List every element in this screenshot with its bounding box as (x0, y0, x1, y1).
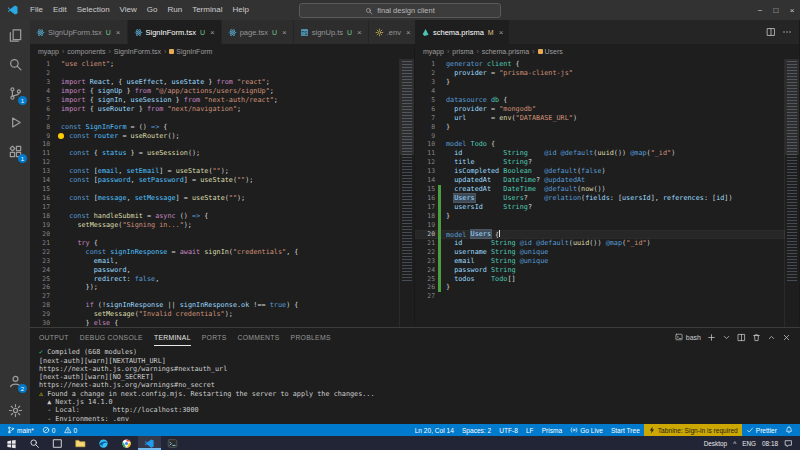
minimap[interactable] (399, 59, 414, 327)
code-line[interactable]: 3} (415, 78, 785, 87)
menu-file[interactable]: File (25, 0, 48, 20)
code-line[interactable]: 5datasource db { (415, 96, 785, 105)
close-tab-icon[interactable]: × (116, 28, 121, 37)
code-line[interactable]: 22 username String @unique (415, 248, 785, 257)
menu-selection[interactable]: Selection (72, 0, 115, 20)
status-prettier[interactable]: Prettier (742, 424, 781, 436)
menu-edit[interactable]: Edit (48, 0, 72, 20)
code-line[interactable]: 22 const signInResponse = await signIn("… (30, 248, 400, 257)
code-line[interactable]: 8const SignInForm = () => { (30, 123, 400, 132)
code-line[interactable]: 14 const [password, setPassword] = useSt… (30, 176, 400, 185)
code-line[interactable]: 13 const [email, setEmail] = useState(""… (30, 167, 400, 176)
split-terminal-icon[interactable] (737, 333, 746, 342)
status-go-live[interactable]: Go Live (566, 424, 607, 436)
status-main[interactable]: main* (3, 424, 38, 436)
taskbar-vscode[interactable] (138, 436, 161, 450)
code-line[interactable]: 29 setMessage("Invalid credentials"); (30, 310, 400, 319)
code-line[interactable]: 15 createdAt DateTime @default(now()) (415, 185, 785, 194)
more-actions-icon[interactable] (782, 27, 792, 37)
code-line[interactable]: 30 } else { (30, 319, 400, 327)
panel-tab-terminal[interactable]: TERMINAL (154, 328, 191, 346)
code-line[interactable]: 6import { useRouter } from "next/navigat… (30, 105, 400, 114)
activity-settings[interactable] (5, 400, 25, 420)
code-line[interactable]: 7 (30, 114, 400, 123)
terminal-output[interactable]: ✓ Compiled (668 modules)[next-auth][warn… (30, 346, 800, 424)
status-bell[interactable] (781, 424, 797, 436)
close-tab-icon[interactable]: × (499, 28, 504, 37)
menu-run[interactable]: Run (162, 0, 187, 20)
close-tab-icon[interactable]: × (282, 28, 287, 37)
menu-terminal[interactable]: Terminal (187, 0, 227, 20)
status-utf-8[interactable]: UTF-8 (495, 424, 522, 436)
breadcrumb-item[interactable]: SignInForm.tsx (114, 48, 161, 55)
panel-tab-comments[interactable]: COMMENTS (238, 328, 280, 346)
code-line[interactable]: 18} (415, 212, 785, 221)
code-line[interactable]: 13 isCompleted Boolean @default(false) (415, 167, 785, 176)
code-line[interactable]: 28 if (!signInResponse || signInResponse… (30, 301, 400, 310)
activity-account[interactable]: 2 (5, 371, 25, 391)
shell-selector[interactable]: bash (675, 333, 701, 341)
code-line[interactable]: 4 (415, 87, 785, 96)
activity-source-control[interactable]: 1 (5, 83, 25, 103)
code-line[interactable]: 1generator client { (415, 60, 785, 69)
status-start-tree[interactable]: Start Tree (607, 424, 644, 436)
panel-tab-debug-console[interactable]: DEBUG CONSOLE (80, 328, 143, 346)
maximize-button[interactable]: □ (768, 0, 784, 20)
notification-center-icon[interactable] (784, 439, 793, 448)
tray-expand-button[interactable]: ^ (733, 440, 736, 447)
desktop-label[interactable]: Desktop (704, 440, 727, 447)
code-area[interactable]: 1generator client {2 provider = "prisma-… (415, 60, 785, 327)
code-line[interactable]: 12 (30, 158, 400, 167)
minimap-slider[interactable] (400, 59, 414, 155)
code-line[interactable]: 24 password String (415, 266, 785, 275)
tab-SignInForm-tsx[interactable]: SignInForm.tsxU× (128, 20, 222, 44)
tab-page-tsx[interactable]: page.tsxU× (222, 20, 294, 44)
panel-tab-output[interactable]: OUTPUT (39, 328, 69, 346)
menu-view[interactable]: View (115, 0, 142, 20)
close-button[interactable]: × (784, 0, 800, 20)
code-line[interactable]: 16 Users Users? @relation(fields: [users… (415, 194, 785, 203)
code-line[interactable]: 11 const { status } = useSession(); (30, 149, 400, 158)
code-line[interactable]: 24 password, (30, 266, 400, 275)
close-tab-icon[interactable]: × (406, 28, 411, 37)
panel-tab-problems[interactable]: PROBLEMS (291, 328, 331, 346)
terminal-dropdown-icon[interactable] (722, 333, 731, 342)
code-line[interactable]: 5import { signIn, useSession } from "nex… (30, 96, 400, 105)
taskbar-task-view[interactable] (46, 436, 69, 450)
language-indicator[interactable]: ENG (742, 440, 756, 447)
code-line[interactable]: 23 email String @unique (415, 257, 785, 266)
code-line[interactable]: 1"use client"; (30, 60, 400, 69)
code-line[interactable]: 12 title String? (415, 158, 785, 167)
status-0[interactable]: 0 (60, 424, 82, 436)
status-prisma[interactable]: Prisma (538, 424, 567, 436)
activity-debug[interactable] (5, 112, 25, 132)
taskbar-chrome[interactable] (115, 436, 138, 450)
code-line[interactable]: 18 const handleSubmit = async () => { (30, 212, 400, 221)
panel-tab-ports[interactable]: PORTS (202, 328, 227, 346)
code-line[interactable]: 9 (415, 132, 785, 141)
code-line[interactable]: 10 (30, 140, 400, 149)
status-0[interactable]: 0 (38, 424, 60, 436)
code-line[interactable]: 8} (415, 123, 785, 132)
tab-signUp-ts[interactable]: TSsignUp.tsU× (294, 20, 369, 44)
clock[interactable]: 08:18 (762, 440, 778, 447)
status-ln-20-col-14[interactable]: Ln 20, Col 14 (411, 424, 458, 436)
code-line[interactable]: 9 const router = useRouter(); (30, 132, 400, 141)
code-line[interactable]: 26} (415, 283, 785, 292)
minimize-button[interactable]: − (752, 0, 768, 20)
maximize-panel-icon[interactable] (767, 333, 776, 342)
code-line[interactable]: 19 setMessage("Signing in..."); (30, 221, 400, 230)
tab-SignUpForm-tsx[interactable]: SignUpForm.tsxU× (30, 20, 128, 44)
menu-help[interactable]: Help (227, 0, 253, 20)
code-line[interactable]: 14 updatedAt DateTime? @updatedAt (415, 176, 785, 185)
tab-schema-prisma[interactable]: schema.prismaM× (415, 20, 510, 44)
code-line[interactable]: 20model Users { (415, 230, 785, 239)
taskbar-search[interactable] (23, 436, 46, 450)
code-line[interactable]: 19 (415, 221, 785, 230)
taskbar-file-explorer[interactable] (69, 436, 92, 450)
new-terminal-icon[interactable] (707, 333, 716, 342)
code-line[interactable]: 11 id String @id @default(uuid()) @map("… (415, 149, 785, 158)
close-tab-icon[interactable]: × (357, 28, 362, 37)
code-line[interactable]: 20 (30, 230, 400, 239)
breadcrumb-item[interactable]: prisma (452, 48, 473, 55)
